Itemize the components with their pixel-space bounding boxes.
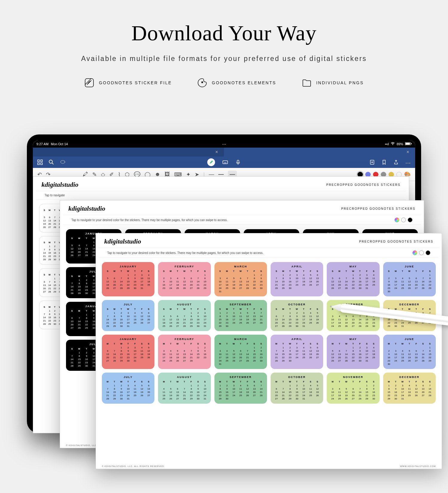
theme-white[interactable] (401, 218, 406, 222)
app-toolbar: ⋯ (33, 157, 415, 168)
pen-circle-icon[interactable] (207, 158, 215, 166)
folder-icon (302, 78, 312, 88)
calendar-sticker[interactable]: JANUARYSMTWTFS 1234567891011121314151617… (102, 262, 154, 296)
svg-rect-5 (38, 160, 39, 162)
sheet-instructions: Tap to navigate to your desired color fo… (71, 218, 228, 222)
calendar-sticker[interactable]: MAYMTWTFSS 12345678910111213141516171819… (327, 335, 379, 369)
sheet-tag: PRECROPPED GOODNOTES STICKERS (341, 207, 415, 210)
sheet-rainbow-theme: kdigitalstudio PRECROPPED GOODNOTES STIC… (96, 233, 442, 469)
calendar-sticker[interactable]: APRILMTWTFSS 123456789101112131415161718… (271, 335, 323, 369)
calendar-month-label: DECEMBER (386, 303, 433, 306)
theme-black[interactable] (426, 250, 430, 255)
calendar-month-label: JULY (104, 303, 152, 306)
calendar-month-label: SEPTEMBER (217, 376, 265, 379)
svg-rect-7 (38, 163, 39, 165)
calendar-month-label: JUNE (386, 338, 433, 341)
theme-white[interactable] (419, 250, 424, 255)
svg-line-10 (52, 163, 53, 164)
page-subtitle: Available in multiple file formats for y… (0, 55, 448, 63)
theme-rainbow[interactable] (395, 218, 399, 222)
svg-rect-4 (411, 143, 412, 144)
calendar-sticker[interactable]: JUNEMTWTFSS 1234567891011121314151617181… (383, 335, 436, 369)
sticker-file-icon (84, 78, 94, 88)
format-list: GOODNOTES STICKER FILE GOODNOTES ELEMENT… (0, 78, 448, 88)
calendar-month-label: AUGUST (160, 303, 208, 306)
calendar-sticker[interactable]: MARCHSMTWTFS 123456789101112131415161718… (214, 262, 267, 296)
battery-level: 89% (397, 142, 403, 146)
svg-point-11 (61, 160, 65, 163)
wifi-icon (391, 142, 395, 146)
brand-logo: kdigitalstudio (104, 238, 141, 245)
calendar-sticker[interactable]: APRILSMTWTFS 123456789101112131415161718… (271, 262, 323, 296)
svg-rect-3 (406, 143, 410, 145)
calendar-month-label: JANUARY (104, 338, 152, 341)
theme-black[interactable] (408, 218, 412, 222)
grid-icon[interactable] (37, 160, 43, 165)
calendar-sticker[interactable]: FEBRUARYMTWTFSS 123456789101112131415161… (158, 335, 211, 369)
svg-rect-16 (237, 160, 239, 163)
calendar-sticker[interactable]: JULYMTWTFSS 1234567891011121314151617181… (102, 373, 154, 404)
calendar-sticker[interactable]: JANUARYMTWTFSS 1234567891011121314151617… (102, 335, 154, 369)
brand-logo: kdigitalstudio (68, 205, 105, 212)
calendar-sticker[interactable]: MAYSMTWTFS 12345678910111213141516171819… (327, 262, 379, 296)
calendar-month-label: MAY (329, 265, 377, 268)
calendar-sticker[interactable]: JUNESMTWTFS 1234567891011121314151617181… (383, 262, 436, 296)
calendar-month-label: APRIL (273, 338, 321, 341)
status-time: 9:27 AM (36, 142, 48, 146)
sheet-instructions: Tap to navigate to your desired color fo… (107, 251, 263, 255)
calendar-sticker[interactable]: JULYSMTWTFS 1234567891011121314151617181… (102, 300, 154, 331)
svg-point-9 (49, 160, 53, 163)
format-label: GOODNOTES ELEMENTS (212, 80, 276, 85)
calendar-sticker[interactable]: MARCHMTWTFSS 123456789101112131415161718… (214, 335, 267, 369)
calendar-sticker[interactable]: AUGUSTMTWTFSS 12345678910111213141516171… (158, 373, 211, 404)
sheet-tag: PRECROPPED GOODNOTES STICKERS (359, 240, 433, 243)
page-title: Download Your Way (0, 21, 448, 46)
calendar-sticker[interactable]: OCTOBERSMTWTFS 1234567891011121314151617… (271, 300, 323, 331)
calendar-month-label: OCTOBER (273, 303, 321, 306)
mic-icon[interactable] (235, 160, 241, 165)
lasso-icon[interactable] (60, 160, 65, 165)
calendar-sticker[interactable]: SEPTEMBERMTWTFSS123456789101112131415161… (214, 373, 267, 404)
calendar-sticker[interactable]: FEBRUARYSMTWTFS 123456789101112131415161… (158, 262, 211, 296)
theme-rainbow[interactable] (412, 250, 417, 255)
tab-2[interactable]: × (224, 148, 415, 157)
calendar-month-label: MARCH (217, 338, 265, 341)
calendar-month-label: AUGUST (160, 376, 208, 379)
keyboard-icon[interactable] (223, 160, 228, 165)
share-icon[interactable] (393, 160, 399, 165)
search-icon[interactable] (49, 160, 54, 165)
calendar-month-label: JUNE (386, 265, 433, 268)
footer-url: WWW.KDIGITALSTUDIO.COM (400, 465, 436, 467)
sheet-instructions: Tap to navigate (45, 194, 65, 197)
more-icon[interactable]: ⋯ (405, 160, 411, 165)
format-goodnotes-file: GOODNOTES STICKER FILE (84, 78, 172, 88)
status-bar: 9:27 AM Mon Oct 14 ⋯ ••ıl 89% (33, 140, 415, 148)
format-goodnotes-elements: GOODNOTES ELEMENTS (197, 78, 276, 88)
tab-1[interactable]: × (33, 148, 224, 157)
calendar-month-label: FEBRUARY (160, 265, 208, 268)
format-pngs: INDIVIDUAL PNGS (302, 78, 364, 88)
svg-point-1 (392, 145, 393, 145)
calendar-sticker[interactable]: NOVEMBERMTWTFSS 123456789101112131415161… (327, 373, 379, 404)
calendar-month-label: DECEMBER (386, 376, 433, 379)
calendar-sticker[interactable]: SEPTEMBERSMTWTFS123456789101112131415161… (214, 300, 267, 331)
svg-rect-8 (41, 163, 42, 165)
status-handle-icon: ⋯ (222, 142, 226, 146)
format-label: GOODNOTES STICKER FILE (99, 80, 172, 85)
add-page-icon[interactable] (369, 160, 375, 165)
bookmark-icon[interactable] (381, 160, 387, 165)
calendar-month-label: OCTOBER (273, 376, 321, 379)
tab-strip: × × (33, 148, 415, 157)
calendar-month-label: MARCH (217, 265, 265, 268)
calendar-month-label: JANUARY (104, 265, 152, 268)
svg-rect-6 (41, 160, 42, 162)
elements-icon (197, 78, 207, 88)
calendar-sticker[interactable]: DECEMBERMTWTFSS1234567891011121314151617… (383, 373, 436, 404)
sheet-tag: PRECROPPED GOODNOTES STICKERS (326, 183, 401, 186)
calendar-sticker[interactable]: AUGUSTSMTWTFS 12345678910111213141516171… (158, 300, 211, 331)
calendar-month-label: FEBRUARY (160, 338, 208, 341)
format-label: INDIVIDUAL PNGS (316, 80, 364, 85)
footer-copyright: © KDIGITALSTUDIO, LLC. ALL RIGHTS RESERV… (102, 465, 165, 467)
calendar-month-label: MAY (329, 338, 377, 341)
calendar-sticker[interactable]: OCTOBERMTWTFSS 1234567891011121314151617… (271, 373, 323, 404)
